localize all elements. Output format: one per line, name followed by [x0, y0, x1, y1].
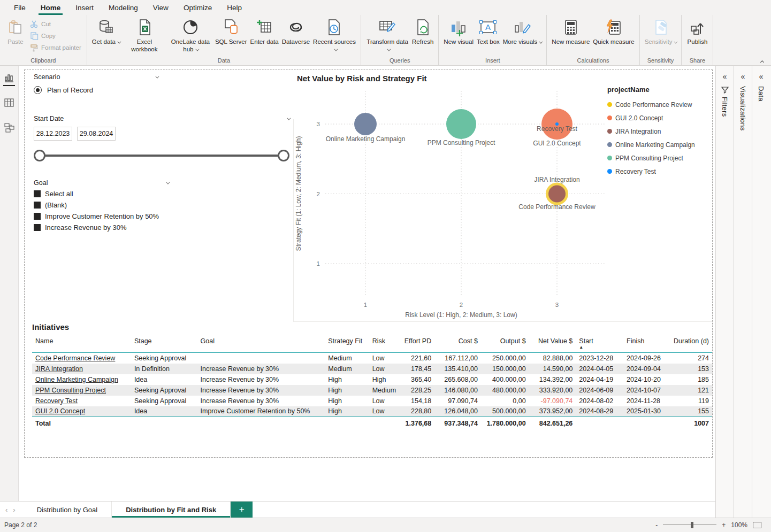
menu-tab-view[interactable]: View [146, 2, 176, 14]
panel-strip-data[interactable]: «Data [752, 66, 770, 518]
table-row[interactable]: Code Performance ReviewSeeking ApprovalM… [32, 353, 712, 364]
panel-strip-visualizations[interactable]: «Visualizations [734, 66, 752, 518]
chevron-down-icon[interactable] [287, 116, 291, 120]
start-date-to-input[interactable] [77, 127, 116, 141]
goal-option-increase-revenue-by-30[interactable]: Increase Revenue by 30% [34, 223, 169, 232]
slider-handle-left[interactable] [34, 150, 45, 161]
more-visuals-button[interactable]: More visuals [501, 16, 544, 47]
table-cell: 97.090,74 [434, 396, 481, 406]
new-measure-button[interactable]: New measure [550, 16, 591, 47]
onelake-data-hub-button[interactable]: OneLake data hub [167, 16, 213, 55]
sidebar-item-table-view[interactable] [3, 97, 15, 109]
initiative-link[interactable]: JIRA Integration [32, 364, 131, 374]
recent-sources-button[interactable]: Recent sources [311, 16, 357, 55]
column-header-start[interactable]: Start▲ [576, 336, 623, 353]
zoom-slider-thumb[interactable] [691, 522, 693, 528]
zoom-slider[interactable] [663, 521, 716, 529]
new-page-button[interactable]: + [231, 502, 253, 518]
total-cell: 937.348,74 [434, 417, 481, 429]
initiative-link[interactable]: PPM Consulting Project [32, 385, 131, 396]
sidebar-item-model-view[interactable] [3, 121, 15, 133]
legend-item-gui-2-0-concept[interactable]: GUI 2.0 Concept [607, 111, 712, 125]
net-value-bubble-chart[interactable]: Net Value by Risk and Strategy Fit 12312… [293, 70, 712, 321]
column-header-finish[interactable]: Finish [623, 336, 667, 353]
menu-tab-insert[interactable]: Insert [68, 2, 101, 14]
initiative-link[interactable]: Recovery Test [32, 396, 131, 406]
legend-item-jira-integration[interactable]: JIRA Integration [607, 125, 712, 138]
column-header-duration-d[interactable]: Duration (d) [667, 336, 712, 353]
enter-data-button[interactable]: Enter data [249, 16, 280, 47]
menu-tab-home[interactable]: Home [33, 2, 68, 14]
table-cell: Idea [131, 374, 197, 385]
bubble-jira-integration[interactable] [548, 186, 566, 203]
column-header-net-value[interactable]: Net Value $ [529, 336, 576, 353]
next-page-icon[interactable]: › [13, 506, 15, 514]
new-visual-button[interactable]: New visual [442, 16, 475, 47]
legend-item-ppm-consulting-project[interactable]: PPM Consulting Project [607, 151, 712, 165]
chevron-down-icon[interactable] [166, 180, 170, 184]
bubble-online-marketing-campaign[interactable] [354, 113, 377, 135]
scenario-option-plan-of-record[interactable]: Plan of Record [34, 86, 158, 94]
ribbon-button-label: Sensitivity [645, 38, 677, 45]
table-row[interactable]: JIRA IntegrationIn DefinitionIncrease Re… [32, 364, 712, 374]
goal-option-select-all[interactable]: Select all [34, 190, 169, 198]
chevron-down-icon[interactable] [155, 74, 159, 78]
start-date-from-input[interactable] [34, 127, 72, 141]
report-canvas[interactable]: Scenario Plan of Record Start Date [19, 66, 715, 501]
quick-measure-button[interactable]: Quick measure [591, 16, 636, 47]
initiative-link[interactable]: Online Marketing Campaign [32, 374, 131, 385]
column-header-cost[interactable]: Cost $ [434, 336, 481, 353]
table-row[interactable]: PPM Consulting ProjectSeeking ApprovalIn… [32, 385, 712, 396]
column-header-effort-pd[interactable]: Effort PD [400, 336, 435, 353]
zoom-out-button[interactable]: - [655, 521, 658, 529]
fit-to-page-icon[interactable] [753, 522, 761, 528]
tab-distribution-by-fit-and-risk[interactable]: Distribution by Fit and Risk [112, 502, 231, 518]
legend-item-code-performance-review[interactable]: Code Performance Review [607, 98, 712, 111]
initiative-link[interactable]: GUI 2.0 Concept [32, 406, 131, 417]
publish-button[interactable]: Publish [685, 16, 709, 47]
transform-data-button[interactable]: Transform data [364, 16, 410, 55]
menu-tab-file[interactable]: File [6, 2, 33, 14]
refresh-button[interactable]: Refresh [410, 16, 435, 47]
tab-distribution-by-goal[interactable]: Distribution by Goal [23, 502, 112, 518]
bubble-ppm-consulting-project[interactable] [446, 109, 476, 139]
collapse-left-icon[interactable]: « [759, 72, 764, 81]
menu-tab-help[interactable]: Help [219, 2, 249, 14]
sql-server-button[interactable]: SQL Server [213, 16, 249, 47]
dataverse-button[interactable]: Dataverse [280, 16, 311, 47]
column-header-goal[interactable]: Goal [197, 336, 325, 353]
get-data-button[interactable]: Get data [90, 16, 121, 47]
column-header-output[interactable]: Output $ [481, 336, 529, 353]
initiatives-data-table: NameStageGoalStrategy FitRiskEffort PDCo… [32, 336, 712, 428]
initiatives-table[interactable]: Initiatives NameStageGoalStrategy FitRis… [32, 322, 712, 428]
zoom-in-button[interactable]: + [722, 521, 726, 529]
table-row[interactable]: GUI 2.0 ConceptIdeaImprove Customer Rete… [32, 406, 712, 417]
excel-workbook-button[interactable]: Excel workbook [121, 16, 167, 55]
start-date-slicer-header: Start Date [34, 115, 289, 122]
initiatives-table-title: Initiatives [32, 322, 712, 331]
collapse-ribbon-button[interactable] [759, 56, 768, 64]
table-row[interactable]: Online Marketing CampaignIdeaIncrease Re… [32, 374, 712, 385]
table-cell: Medium [369, 385, 400, 396]
slider-handle-right[interactable] [278, 150, 289, 161]
initiative-link[interactable]: Code Performance Review [32, 353, 131, 364]
column-header-stage[interactable]: Stage [131, 336, 197, 353]
menu-tab-modeling[interactable]: Modeling [101, 2, 146, 14]
goal-option-improve-customer-retention-by-50[interactable]: Improve Customer Retention by 50% [34, 212, 169, 220]
table-row[interactable]: Recovery TestSeeking ApprovalIncrease Re… [32, 396, 712, 406]
sidebar-item-report-view[interactable] [3, 72, 15, 84]
menu-tab-optimize[interactable]: Optimize [176, 2, 219, 14]
collapse-left-icon[interactable]: « [741, 72, 745, 81]
prev-page-icon[interactable]: ‹ [5, 506, 7, 514]
column-header-risk[interactable]: Risk [369, 336, 400, 353]
bubble-label: JIRA Integration [534, 176, 579, 183]
column-header-strategy-fit[interactable]: Strategy Fit [325, 336, 369, 353]
collapse-left-icon[interactable]: « [723, 72, 727, 81]
legend-item-online-marketing-campaign[interactable]: Online Marketing Campaign [607, 138, 712, 151]
table-cell: 221,60 [400, 353, 435, 364]
goal-option-blank[interactable]: (Blank) [34, 201, 169, 209]
column-header-name[interactable]: Name [32, 336, 131, 353]
panel-strip-filters[interactable]: «Filters [715, 66, 734, 518]
legend-item-recovery-test[interactable]: Recovery Test [607, 165, 712, 178]
text-box-button[interactable]: AText box [475, 16, 501, 47]
